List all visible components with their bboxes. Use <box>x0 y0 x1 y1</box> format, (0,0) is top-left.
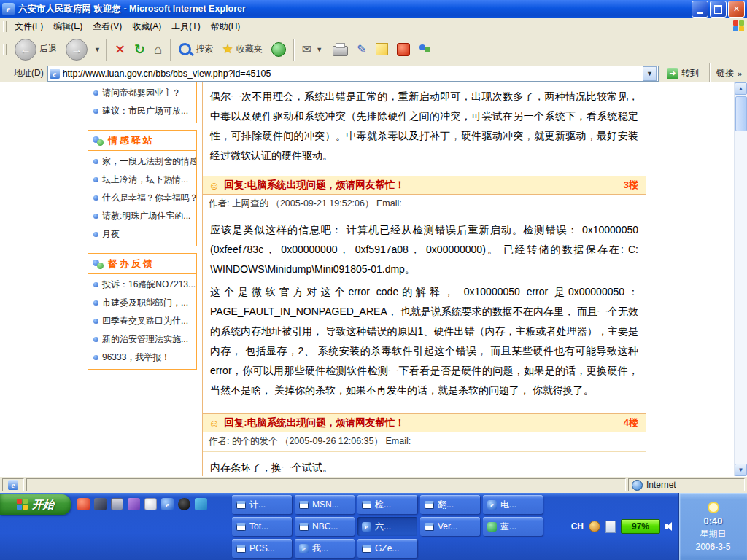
task-button[interactable]: 翻... <box>420 495 480 514</box>
qq-toolbar-button[interactable] <box>393 42 414 58</box>
reply-title: 回复:电脑系统出现问题，烦请网友帮忙！ <box>224 179 619 192</box>
stop-button[interactable]: ✕ <box>111 40 129 59</box>
quicklaunch-icon[interactable] <box>195 498 207 510</box>
quicklaunch-icon[interactable] <box>77 498 90 510</box>
vertical-scrollbar[interactable]: ▲ ▼ <box>734 82 747 476</box>
address-input[interactable]: e http://www.luan.gov.cn/bbs/bbs_view.ph… <box>47 66 659 82</box>
menu-edit[interactable]: 编辑(E) <box>48 18 88 35</box>
task-label: MSN... <box>312 499 339 510</box>
task-button[interactable]: MSN... <box>295 495 355 514</box>
bullet-icon <box>93 337 98 342</box>
quicklaunch-icon[interactable] <box>128 498 140 510</box>
battery-indicator[interactable]: 97% <box>621 519 660 534</box>
search-button[interactable]: 搜索 <box>175 42 217 57</box>
tray-icon[interactable] <box>605 521 616 533</box>
scroll-down-button[interactable]: ▼ <box>735 464 747 476</box>
sidebar-link-label: 月夜 <box>102 228 120 241</box>
home-button[interactable]: ⌂ <box>150 40 166 59</box>
favorites-button[interactable]: ★ 收藏夹 <box>219 40 266 58</box>
minimize-icon <box>697 12 703 14</box>
back-button[interactable]: ← 后退 <box>11 37 61 62</box>
print-button[interactable] <box>329 42 352 58</box>
menu-file[interactable]: 文件(F) <box>9 18 48 35</box>
edit-button[interactable]: ✎ <box>353 41 370 58</box>
task-button[interactable]: 计... <box>232 495 292 514</box>
task-icon: e <box>362 522 371 532</box>
scroll-up-button[interactable]: ▲ <box>735 82 747 95</box>
sidebar-link[interactable]: 什么是幸福？你幸福吗？ <box>88 189 196 207</box>
discuss-button[interactable] <box>372 42 392 57</box>
mail-button[interactable]: ✉ ▼ <box>298 41 328 58</box>
menu-help[interactable]: 帮助(H) <box>206 18 246 35</box>
print-icon <box>333 46 348 56</box>
maximize-button[interactable] <box>710 1 727 18</box>
links-label[interactable]: 链接 <box>716 67 734 79</box>
task-button[interactable]: 检... <box>357 495 417 514</box>
sidebar-link[interactable]: 请问帝都婴园业主？ <box>88 84 196 102</box>
sidebar-link[interactable]: 坛上冷清，坛下热情... <box>88 171 196 189</box>
sidebar-link[interactable]: 请教:明珠广场住宅的... <box>88 207 196 225</box>
task-button[interactable]: PCS... <box>232 539 292 558</box>
menubar-grip[interactable] <box>3 21 7 32</box>
start-button[interactable]: 开始 <box>0 494 71 515</box>
task-button[interactable]: NBC... <box>295 517 355 536</box>
status-page-icon: e <box>8 480 18 490</box>
sidebar-link[interactable]: 月夜 <box>88 225 196 244</box>
addressbar-grip[interactable] <box>4 68 7 79</box>
reply-author: 作者: 的个的发个 （2005-09-26 12:06:35） Email: <box>203 432 646 452</box>
bullet-icon <box>93 90 98 96</box>
task-button[interactable]: Tot... <box>232 517 292 536</box>
forward-button[interactable]: → <box>62 37 91 62</box>
status-zone-label: Internet <box>646 480 676 490</box>
sidebar-link-label: 96333，我举报！ <box>102 351 170 364</box>
sidebar-link-label: 家，一段无法割舍的情感 <box>102 155 196 168</box>
task-icon: e <box>299 544 309 553</box>
sidebar-link-label: 投诉：16路皖NO7213... <box>102 279 196 291</box>
quicklaunch-ie-icon[interactable]: e <box>161 498 174 510</box>
quicklaunch-icon[interactable] <box>144 498 157 510</box>
menu-favorites[interactable]: 收藏(A) <box>127 18 166 35</box>
quicklaunch-icon[interactable] <box>111 498 123 510</box>
task-button-row: Tot... NBC... e六... Ver... 蓝... <box>232 517 543 536</box>
sidebar-link[interactable]: 96333，我举报！ <box>88 349 196 367</box>
task-button[interactable]: GZe... <box>357 539 417 558</box>
floor-badge: 3楼 <box>624 179 638 192</box>
task-button[interactable]: 蓝... <box>483 517 543 536</box>
sidebar-link[interactable]: 新的治安管理法实施... <box>88 330 196 349</box>
search-label: 搜索 <box>196 43 214 55</box>
scrollbar-thumb[interactable] <box>735 96 747 131</box>
task-button[interactable]: Ver... <box>420 517 480 536</box>
forward-dropdown-icon[interactable]: ▼ <box>93 46 102 53</box>
sidebar-link[interactable]: 投诉：16路皖NO7213... <box>88 276 196 294</box>
tray-icon[interactable] <box>589 521 600 532</box>
clock-panel[interactable]: 0:40 星期日 2006-3-5 <box>678 493 747 560</box>
task-button[interactable]: e电... <box>483 495 543 514</box>
history-button[interactable] <box>268 41 290 58</box>
address-dropdown-icon[interactable]: ▼ <box>643 66 657 81</box>
quicklaunch-icon[interactable] <box>94 498 107 510</box>
reply-paragraph: 这个是微软官方对这个error code的解释， 0x10000050 erro… <box>210 282 638 400</box>
favorites-label: 收藏夹 <box>236 43 263 55</box>
sidebar-link[interactable]: 四季春交叉路口为什... <box>88 312 196 330</box>
refresh-button[interactable]: ↻ <box>131 40 149 59</box>
sidebar-link[interactable]: 市建委及职能部门，... <box>88 294 196 312</box>
minimize-button[interactable] <box>692 1 708 18</box>
task-icon <box>425 523 434 531</box>
messenger-button[interactable] <box>415 42 436 56</box>
menu-view[interactable]: 查看(V) <box>88 18 127 35</box>
task-button-active[interactable]: e六... <box>357 517 417 536</box>
links-chevron-icon[interactable]: » <box>738 69 742 78</box>
menu-tools[interactable]: 工具(T) <box>166 18 205 35</box>
volume-icon[interactable] <box>665 521 675 532</box>
quicklaunch-qq-icon[interactable] <box>178 498 190 510</box>
task-button[interactable]: e我... <box>295 539 355 558</box>
sidebar-link[interactable]: 家，一段无法割舍的情感 <box>88 152 196 171</box>
task-label: 我... <box>312 542 328 555</box>
ime-indicator[interactable]: CH <box>571 521 584 532</box>
windows-logo-icon <box>733 20 745 32</box>
reply-title: 回复:电脑系统出现问题，烦请网友帮忙！ <box>224 416 619 429</box>
close-button[interactable]: ✕ <box>728 1 745 18</box>
toolbar-grip[interactable] <box>3 44 7 55</box>
sidebar-link[interactable]: 建议：市民广场可放... <box>88 102 196 120</box>
go-button[interactable]: ➜ 转到 <box>662 66 703 80</box>
